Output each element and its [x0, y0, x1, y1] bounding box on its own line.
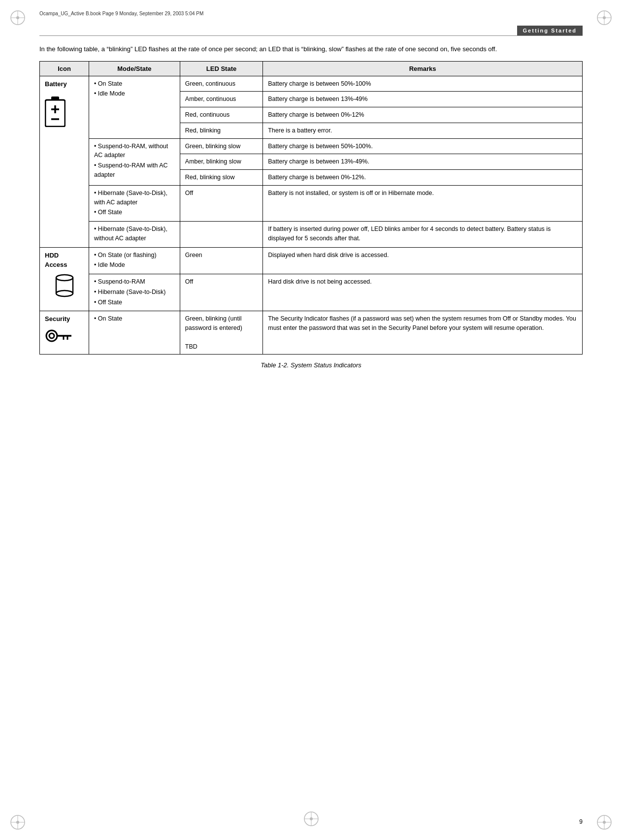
table-row: Hibernate (Save-to-Disk), with AC adapte… — [40, 185, 583, 221]
remark-red-blinking-slow: Battery charge is between 0%-12%. — [263, 170, 583, 186]
list-item: Off State — [94, 208, 175, 217]
header-title: Getting Started — [517, 26, 583, 35]
file-info: Ocampa_UG_Active B.book Page 9 Monday, S… — [39, 11, 203, 16]
list-item: Idle Mode — [94, 260, 175, 270]
security-icon-cell: Security — [40, 311, 89, 355]
remark-off-hdd: Hard disk drive is not being accessed. — [263, 274, 583, 311]
hdd-icon-cell: HDDAccess — [40, 247, 89, 311]
hdd-label: HDDAccess — [45, 251, 84, 270]
battery-mode-2: Suspend-to-RAM, without AC adapter Suspe… — [89, 138, 180, 185]
remark-green-continuous: Battery charge is between 50%-100% — [263, 76, 583, 92]
led-red-blinking: Red, blinking — [180, 123, 262, 138]
list-item: Hibernate (Save-to-Disk), without AC ada… — [94, 225, 175, 243]
led-amber-continuous: Amber, continuous — [180, 92, 262, 107]
list-item: Idle Mode — [94, 89, 175, 98]
led-red-blinking-slow: Red, blinking slow — [180, 170, 262, 186]
svg-point-30 — [49, 333, 54, 338]
remark-hibernate-no-ac: If battery is inserted during power off,… — [263, 222, 583, 248]
table-row: Suspend-to-RAM Hibernate (Save-to-Disk) … — [40, 274, 583, 311]
security-label: Security — [45, 314, 84, 324]
list-item: Suspend-to-RAM, without AC adapter — [94, 142, 175, 161]
svg-point-28 — [56, 291, 73, 296]
bottom-center-mark — [302, 810, 320, 829]
corner-mark-tl — [9, 9, 27, 27]
page-number: 9 — [579, 818, 583, 825]
hdd-mode-2: Suspend-to-RAM Hibernate (Save-to-Disk) … — [89, 274, 180, 311]
list-item: Hibernate (Save-to-Disk) — [94, 288, 175, 297]
svg-point-25 — [56, 275, 73, 281]
led-green-blinking-slow: Green, blinking slow — [180, 138, 262, 154]
hdd-mode-1: On State (or flashing) Idle Mode — [89, 247, 180, 274]
list-item: Suspend-to-RAM — [94, 277, 175, 287]
table-caption: Table 1-2. System Status Indicators — [39, 361, 583, 369]
col-header-led: LED State — [180, 61, 262, 76]
battery-label: Battery — [45, 79, 84, 89]
col-header-remarks: Remarks — [263, 61, 583, 76]
intro-paragraph: In the following table, a “blinking” LED… — [39, 44, 583, 54]
remark-amber-continuous: Battery charge is between 13%-49% — [263, 92, 583, 107]
corner-mark-br — [595, 813, 613, 831]
security-icon — [45, 328, 84, 350]
list-item: Off State — [94, 298, 175, 307]
list-item: On State — [94, 314, 175, 323]
main-content: In the following table, a “blinking” LED… — [39, 44, 583, 369]
table-row: HDDAccess On State (or flashing) — [40, 247, 583, 274]
svg-point-29 — [46, 330, 57, 341]
list-item: On State (or flashing) — [94, 251, 175, 260]
col-header-icon: Icon — [40, 61, 89, 76]
battery-mode-1: On State Idle Mode — [89, 76, 180, 138]
table-row: Suspend-to-RAM, without AC adapter Suspe… — [40, 138, 583, 154]
list-item: Hibernate (Save-to-Disk), with AC adapte… — [94, 189, 175, 207]
led-off-hdd: Off — [180, 274, 262, 311]
status-table: Icon Mode/State LED State Remarks Batter… — [39, 61, 583, 355]
remark-green-blinking-slow: Battery charge is between 50%-100%. — [263, 138, 583, 154]
battery-icon-cell: Battery — [40, 76, 89, 247]
remark-red-continuous: Battery charge is between 0%-12% — [263, 107, 583, 123]
led-empty — [180, 222, 262, 248]
table-row: Battery — [40, 76, 583, 92]
corner-mark-bl — [9, 813, 27, 831]
battery-mode-3: Hibernate (Save-to-Disk), with AC adapte… — [89, 185, 180, 221]
corner-mark-tr — [595, 9, 613, 27]
header-rule — [39, 35, 583, 36]
page-header: Getting Started — [39, 26, 583, 35]
list-item: On State — [94, 79, 175, 89]
remark-red-blinking: There is a battery error. — [263, 123, 583, 138]
list-item: Suspend-to-RAM with AC adapter — [94, 161, 175, 180]
led-green-continuous: Green, continuous — [180, 76, 262, 92]
remark-security: The Security Indicator flashes (if a pas… — [263, 311, 583, 355]
table-row: Security — [40, 311, 583, 355]
hdd-icon — [45, 274, 84, 298]
led-red-continuous: Red, continuous — [180, 107, 262, 123]
security-mode-1: On State — [89, 311, 180, 355]
remark-off-1: Battery is not installed, or system is o… — [263, 185, 583, 221]
led-green-hdd: Green — [180, 247, 262, 274]
remark-green-hdd: Displayed when hard disk drive is access… — [263, 247, 583, 274]
led-off-1: Off — [180, 185, 262, 221]
battery-mode-4: Hibernate (Save-to-Disk), without AC ada… — [89, 222, 180, 248]
col-header-mode: Mode/State — [89, 61, 180, 76]
remark-amber-blinking-slow: Battery charge is between 13%-49%. — [263, 154, 583, 170]
led-amber-blinking-slow: Amber, blinking slow — [180, 154, 262, 170]
table-header-row: Icon Mode/State LED State Remarks — [40, 61, 583, 76]
battery-icon — [45, 97, 65, 130]
led-security: Green, blinking (until password is enter… — [180, 311, 262, 355]
table-row: Hibernate (Save-to-Disk), without AC ada… — [40, 222, 583, 248]
